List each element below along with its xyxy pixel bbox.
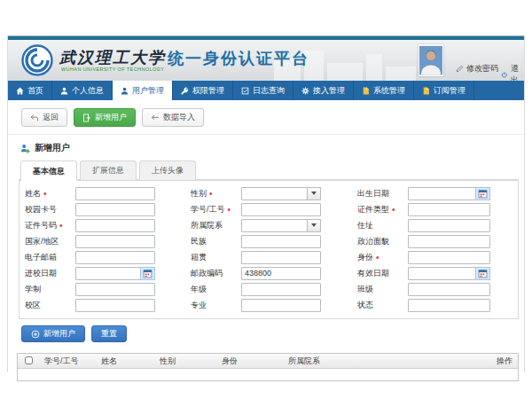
home-icon — [16, 87, 24, 95]
department-select[interactable] — [241, 219, 308, 232]
tab-label: 基本信息 — [33, 166, 65, 177]
power-icon — [501, 71, 508, 79]
postal-code-input[interactable] — [241, 267, 321, 280]
main-nav: 首页 个人信息 用户管理 权限管理 日志查询 接入管理 系统管理 订阅管理 — [8, 81, 524, 100]
chevron-down-icon[interactable] — [307, 219, 321, 232]
field-label: 邮政编码 — [191, 268, 223, 279]
major-input[interactable] — [241, 299, 321, 312]
nav-tab-label: 系统管理 — [373, 85, 405, 97]
grade-input[interactable] — [241, 283, 321, 296]
birth-date-input[interactable] — [408, 187, 476, 200]
nav-tab-home[interactable]: 首页 — [8, 81, 52, 100]
school-system-input[interactable] — [75, 283, 155, 296]
field-label: 有效日期 — [357, 268, 389, 279]
nav-tab-label: 日志查询 — [253, 85, 285, 97]
nav-tab-access-management[interactable]: 接入管理 — [293, 81, 354, 100]
platform-title: 统一身份认证平台 — [168, 48, 309, 69]
chevron-down-icon[interactable] — [307, 187, 321, 200]
field-label: 住址 — [357, 220, 373, 231]
tab-label: 上传头像 — [152, 165, 184, 176]
id-number-input[interactable] — [75, 219, 155, 232]
form-row: 姓名•性别•出生日期• — [25, 185, 518, 201]
campus-input[interactable] — [75, 299, 155, 312]
ethnicity-input[interactable] — [241, 235, 321, 248]
nav-tab-log-query[interactable]: 日志查询 — [233, 81, 293, 100]
calendar-icon — [143, 269, 153, 278]
university-name-en: WUHAN UNIVERSITY OF TECHNOLOGY — [61, 66, 164, 72]
submit-add-user-button[interactable]: 新增用户 — [21, 325, 85, 342]
address-input[interactable] — [408, 219, 490, 232]
toolbar: 返回 新增用户 数据导入 — [8, 100, 524, 135]
logout-label: 退出 — [511, 63, 524, 81]
submit-label: 新增用户 — [43, 328, 75, 340]
field-label: 民族 — [191, 236, 207, 247]
new-page-icon — [82, 113, 91, 122]
field-label: 政治面貌 — [357, 236, 389, 247]
calendar-button[interactable] — [475, 187, 490, 200]
reset-button[interactable]: 重置 — [91, 325, 127, 342]
skyline-decoration — [386, 66, 416, 81]
nav-tab-label: 订阅管理 — [434, 85, 466, 97]
campus-card-input[interactable] — [75, 203, 155, 216]
form-row: 校园卡号•学号/工号•证件类型• — [25, 201, 518, 217]
political-status-input[interactable] — [408, 235, 490, 248]
identity-input[interactable] — [408, 251, 490, 264]
field-label: 校园卡号 — [25, 204, 57, 215]
tab-basic-info[interactable]: 基本信息 — [20, 160, 77, 181]
nav-tab-personal-info[interactable]: 个人信息 — [52, 81, 113, 100]
file-icon — [422, 87, 430, 95]
id-type-input[interactable] — [408, 203, 490, 216]
name-input[interactable] — [75, 187, 155, 200]
calendar-button[interactable] — [475, 267, 490, 280]
nav-tab-permission-management[interactable]: 权限管理 — [173, 81, 233, 100]
tab-upload-avatar[interactable]: 上传头像 — [139, 160, 196, 180]
form-row: 学制•年级•班级• — [25, 281, 518, 297]
country-input[interactable] — [75, 235, 155, 248]
status-input[interactable] — [408, 299, 490, 312]
email-input[interactable] — [75, 251, 155, 264]
col-gender: 性别 — [160, 356, 222, 367]
native-place-input[interactable] — [241, 251, 321, 264]
form-row: 校区•专业•状态• — [25, 297, 518, 313]
field-label: 学制 — [25, 284, 41, 295]
form-row: 进校日期•邮政编码•有效日期• — [25, 265, 518, 281]
select-all-checkbox[interactable] — [25, 356, 33, 364]
back-button[interactable]: 返回 — [21, 108, 67, 127]
data-import-label: 数据导入 — [163, 112, 195, 123]
nav-tab-subscription-management[interactable]: 订阅管理 — [414, 81, 474, 100]
nav-tab-user-management[interactable]: 用户管理 — [113, 81, 173, 100]
field-label: 进校日期 — [25, 268, 57, 279]
logout-link[interactable]: 退出 — [501, 63, 524, 81]
class-input[interactable] — [408, 283, 490, 296]
nav-tab-label: 权限管理 — [192, 85, 224, 97]
field-label: 班级 — [357, 284, 373, 295]
field-label: 年级 — [191, 284, 207, 295]
field-label: 国家/地区 — [25, 236, 59, 247]
form-actions: 新增用户 重置 — [8, 319, 524, 349]
plus-circle-icon — [31, 330, 40, 339]
calendar-button[interactable] — [140, 267, 155, 280]
form-row: 证件号码•所属院系•住址• — [25, 217, 518, 233]
back-label: 返回 — [43, 112, 59, 123]
data-import-button[interactable]: 数据导入 — [142, 108, 204, 127]
new-user-button[interactable]: 新增用户 — [74, 108, 136, 127]
form-tabs: 基本信息 扩展信息 上传头像 — [8, 160, 524, 180]
valid-date-input[interactable] — [408, 267, 476, 280]
field-label: 状态 — [357, 300, 373, 311]
field-label: 籍贯 — [191, 252, 207, 263]
col-actions: 操作 — [497, 356, 518, 367]
required-mark: • — [43, 189, 47, 199]
app-window: 武汉理工大学 WUHAN UNIVERSITY OF TECHNOLOGY 统一… — [7, 35, 525, 372]
student-id-input[interactable] — [241, 203, 321, 216]
enroll-date-input[interactable] — [75, 267, 141, 280]
user-table-empty-body — [18, 369, 518, 380]
nav-tab-system-management[interactable]: 系统管理 — [354, 81, 414, 100]
user-table-header: 学号/工号 姓名 性别 身份 所属院系 操作 — [18, 354, 518, 369]
change-password-link[interactable]: 修改密码 — [456, 63, 498, 74]
nav-tab-label: 首页 — [27, 85, 43, 97]
nav-tab-label: 个人信息 — [72, 85, 104, 97]
tab-extended-info[interactable]: 扩展信息 — [80, 160, 137, 180]
gender-select[interactable] — [241, 187, 308, 200]
user-avatar[interactable] — [419, 44, 443, 76]
field-label: 校区 — [25, 300, 41, 311]
